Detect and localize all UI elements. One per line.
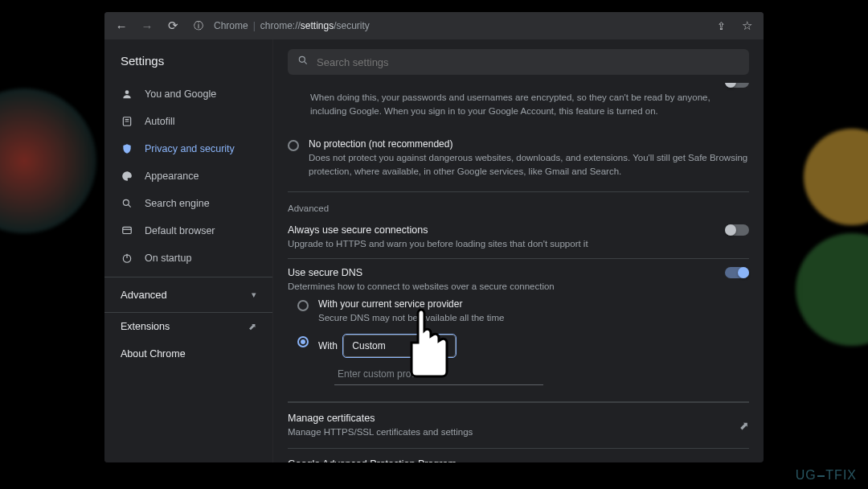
- forward-button[interactable]: →: [137, 15, 158, 36]
- secure-dns-title: Use secure DNS: [288, 267, 709, 278]
- secure-connections-title: Always use secure connections: [288, 224, 709, 236]
- sidebar-item-default-browser[interactable]: Default browser: [104, 217, 272, 244]
- with-label: With: [318, 340, 338, 351]
- secure-dns-toggle[interactable]: [725, 267, 749, 278]
- site-info-icon[interactable]: ⓘ: [188, 15, 209, 36]
- settings-search[interactable]: [288, 49, 749, 75]
- chevron-down-icon: ▾: [252, 290, 256, 300]
- enhanced-protection-toggle[interactable]: [725, 83, 749, 88]
- browser-icon: [121, 224, 133, 237]
- shield-icon: [121, 142, 133, 155]
- autofill-icon: [121, 115, 133, 128]
- power-icon: [121, 252, 133, 265]
- secure-connections-toggle[interactable]: [725, 224, 749, 236]
- palette-icon: [121, 170, 133, 183]
- share-icon[interactable]: ⇪: [710, 15, 731, 36]
- manage-certificates-row[interactable]: Manage certificates Manage HTTPS/SSL cer…: [288, 402, 749, 449]
- sidebar-item-autofill[interactable]: Autofill: [104, 108, 272, 135]
- certs-desc: Manage HTTPS/SSL certificates and settin…: [288, 425, 473, 439]
- settings-sidebar: Settings You and Google Autofill Privacy…: [104, 39, 273, 462]
- sidebar-item-on-startup[interactable]: On startup: [104, 244, 272, 272]
- svg-point-10: [299, 56, 305, 62]
- open-external-icon: ⬈: [248, 321, 256, 332]
- svg-point-0: [125, 90, 129, 94]
- gap-title: Google Advanced Protection Program: [288, 458, 610, 462]
- search-icon: [297, 55, 309, 69]
- sidebar-title: Settings: [104, 51, 272, 80]
- svg-rect-6: [123, 227, 132, 233]
- section-advanced-heading: Advanced: [288, 203, 749, 213]
- settings-search-input[interactable]: [317, 56, 739, 68]
- sidebar-about-chrome[interactable]: About Chrome: [104, 340, 272, 368]
- secure-dns-desc: Determines how to connect to websites ov…: [288, 280, 709, 294]
- custom-provider-input[interactable]: [334, 364, 543, 385]
- radio-no-protection[interactable]: [288, 140, 299, 151]
- browser-toolbar: ← → ⟳ ⓘ Chrome | chrome://settings/secur…: [104, 12, 764, 39]
- radio-with-custom[interactable]: [297, 336, 309, 347]
- open-external-icon: ⬈: [739, 419, 749, 432]
- person-icon: [121, 88, 133, 101]
- current-provider-title: With your current service provider: [318, 298, 749, 310]
- svg-point-4: [123, 199, 129, 205]
- search-icon: [121, 197, 133, 210]
- enhanced-protection-desc: When doing this, your passwords and user…: [310, 91, 717, 117]
- browser-window: ← → ⟳ ⓘ Chrome | chrome://settings/secur…: [104, 12, 764, 462]
- reload-button[interactable]: ⟳: [162, 15, 183, 36]
- certs-title: Manage certificates: [288, 413, 473, 424]
- radio-current-provider[interactable]: [297, 300, 309, 311]
- sidebar-extensions[interactable]: Extensions ⬈: [104, 312, 272, 340]
- current-provider-desc: Secure DNS may not be available all the …: [318, 311, 749, 325]
- browser-name: Chrome: [214, 20, 248, 31]
- sidebar-item-privacy-security[interactable]: Privacy and security: [104, 135, 272, 162]
- svg-line-5: [128, 204, 130, 207]
- settings-main: When doing this, your passwords and user…: [273, 39, 764, 462]
- no-protection-title: No protection (not recommended): [309, 138, 749, 150]
- sidebar-advanced-toggle[interactable]: Advanced ▾: [104, 277, 272, 309]
- sidebar-item-you-and-google[interactable]: You and Google: [104, 80, 272, 108]
- dropdown-arrow-icon: ▼: [440, 342, 447, 350]
- address-bar[interactable]: Chrome | chrome://settings/security: [214, 20, 370, 31]
- svg-line-11: [304, 61, 306, 64]
- sidebar-item-appearance[interactable]: Appearance: [104, 162, 272, 190]
- watermark: UGTFIX: [796, 468, 857, 483]
- no-protection-desc: Does not protect you against dangerous w…: [309, 151, 749, 178]
- bookmark-icon[interactable]: ☆: [736, 15, 757, 36]
- advanced-protection-row[interactable]: Google Advanced Protection Program Safeg…: [288, 448, 749, 462]
- sidebar-item-search-engine[interactable]: Search engine: [104, 190, 272, 217]
- back-button[interactable]: ←: [111, 15, 132, 36]
- secure-connections-desc: Upgrade to HTTPS and warn you before loa…: [288, 237, 709, 251]
- dns-provider-dropdown[interactable]: Custom ▼: [343, 335, 456, 357]
